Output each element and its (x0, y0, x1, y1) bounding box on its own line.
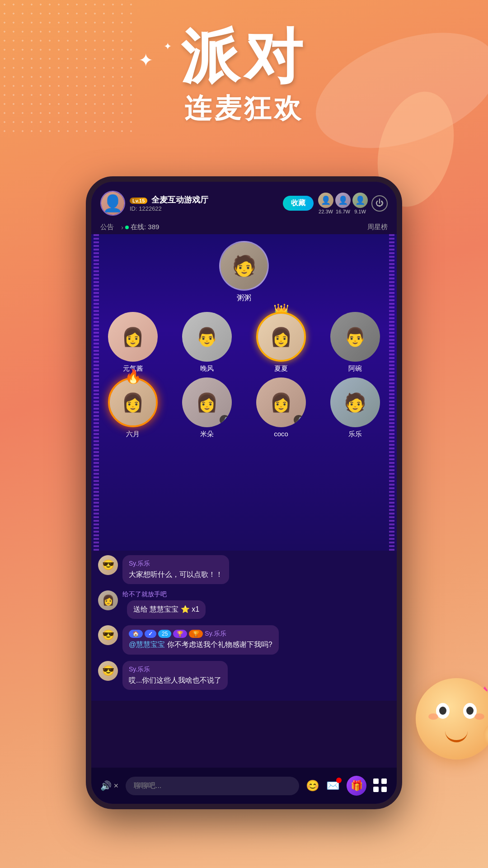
speaker-awan[interactable]: 👨 阿碗 (320, 312, 390, 373)
speaker-row-1: 👩 元气酱 👨 晚风 👑 👩 (96, 312, 392, 373)
menu-dot-1 (373, 778, 379, 784)
star-icon: ⭐ (181, 605, 190, 613)
menu-dot-3 (373, 787, 379, 792)
speaker-avatar-xiaxia: 👩 (256, 312, 306, 362)
gift-bubble: 送给 慧慧宝宝 ⭐ x1 (127, 600, 206, 619)
mascot-mouth (445, 731, 468, 742)
hero-section: ✦ ✦ 派对 连麦狂欢 (0, 27, 488, 127)
chat-avatar-2: 👩 (98, 590, 118, 610)
phone-inner: 👤 Lv.15 全麦互动游戏厅 ID: 1222622 收藏 👤 22.3W (91, 182, 397, 804)
muted-badge-coco: 🎤 (294, 415, 304, 425)
chat-avatar-4: 😎 (98, 661, 118, 681)
glow-bar-left (94, 234, 99, 551)
speaker-avatar-awan: 👨 (330, 312, 380, 362)
speaker-miduo[interactable]: 👩 🎤 米朵 (172, 377, 242, 439)
emperor-deco: 🔥 (125, 368, 141, 384)
chat-bubble-3: 🏠 ✓ 25 🏆 🏆 Sy.乐乐 @慧慧宝宝 你不考虑送我个礼物感谢下我吗? (122, 625, 279, 654)
speaker-liuyue[interactable]: 🔥 👩 六月 (98, 377, 168, 439)
weekly-rank-button[interactable]: 周星榜 (367, 223, 388, 231)
level-badge: Lv.15 (130, 198, 147, 204)
volume-button[interactable]: 🔊✕ (100, 780, 119, 791)
main-speaker-avatar: 🧑 (219, 241, 269, 291)
speaker-avatar-liuyue: 👩 (108, 377, 158, 427)
viewer-count-3: 9.1W (352, 209, 368, 214)
chat-text-3: @慧慧宝宝 你不考虑送我个礼物感谢下我吗? (129, 640, 272, 650)
mail-button[interactable]: ✉️ (326, 779, 340, 792)
speaker-avatar-wanfeng: 👨 (182, 312, 232, 362)
phone-frame: 👤 Lv.15 全麦互动游戏厅 ID: 1222622 收藏 👤 22.3W (86, 176, 402, 809)
online-count: 在线: 389 (131, 223, 159, 231)
speaker-yuanqijiang[interactable]: 👩 元气酱 (98, 312, 168, 373)
mascot-character: ♦ ♦ ♦ (416, 678, 488, 778)
hero-subtitle: 连麦狂欢 (0, 90, 488, 127)
speaker-coco[interactable]: 👩 🎤 coco (246, 377, 316, 439)
gift-bubble-wrapper: 给不了就放手吧 送给 慧慧宝宝 ⭐ x1 (122, 590, 206, 619)
chat-message-1: 😎 Sy.乐乐 大家想听什么，可以点歌！！ (98, 555, 390, 584)
chat-text-1: 大家想听什么，可以点歌！！ (129, 570, 223, 580)
speaker-name-awan: 阿碗 (348, 364, 362, 373)
mascot-pupil-right (466, 707, 474, 715)
chat-area: 😎 Sy.乐乐 大家想听什么，可以点歌！！ 👩 给不了就放手吧 送给 慧慧宝宝 … (91, 551, 397, 701)
speaker-avatar-miduo: 👩 🎤 (182, 377, 232, 427)
chat-bubble-4: Sy.乐乐 哎...你们这些人我啥也不说了 (122, 661, 228, 690)
notice-button[interactable]: 公告 (100, 223, 114, 231)
speaker-name-liuyue: 六月 (126, 430, 140, 439)
chat-avatar-3: 😎 (98, 625, 118, 645)
mascot-cheek-right (474, 713, 484, 720)
mention-text: @慧慧宝宝 (129, 641, 165, 648)
chat-input[interactable]: 聊聊吧... (126, 777, 299, 795)
channel-avatar: 👤 (100, 191, 125, 216)
gift-button[interactable]: 🎁 (347, 776, 366, 796)
mail-notification-dot (336, 778, 342, 783)
chat-message-4: 😎 Sy.乐乐 哎...你们这些人我啥也不说了 (98, 661, 390, 690)
speaker-name-miduo: 米朵 (200, 430, 214, 439)
main-speaker[interactable]: 🧑 粥粥 (96, 241, 392, 303)
menu-button[interactable] (373, 778, 388, 793)
chat-username-3: Sy.乐乐 (205, 630, 226, 638)
chat-message-2: 👩 给不了就放手吧 送给 慧慧宝宝 ⭐ x1 (98, 590, 390, 619)
channel-id: ID: 1222622 (130, 205, 278, 212)
badge-rank-1: 🏆 (173, 630, 187, 638)
speaker-name-wanfeng: 晚风 (200, 364, 214, 373)
chat-username-4: Sy.乐乐 (129, 665, 221, 674)
badge-check: ✓ (145, 630, 156, 638)
emoji-button[interactable]: 😊 (306, 779, 319, 792)
mascot-pupil-left (439, 707, 446, 715)
chat-message-3: 😎 🏠 ✓ 25 🏆 🏆 Sy.乐乐 @慧慧宝宝 你不考虑送我个礼物感谢下我吗? (98, 625, 390, 654)
sparkle-icon: ✦ (138, 50, 154, 71)
speaker-name-xiaxia: 夏夏 (274, 364, 288, 373)
avatar-face: 👤 (101, 192, 124, 215)
muted-badge-miduo: 🎤 (220, 415, 230, 425)
chat-text-4: 哎...你们这些人我啥也不说了 (129, 675, 221, 685)
badge-num: 25 (158, 630, 171, 638)
stage-area: 🧑 粥粥 👩 元气酱 👨 晚风 (91, 234, 397, 551)
chat-bubble-1: Sy.乐乐 大家想听什么，可以点歌！！ (122, 555, 229, 584)
viewer-count-2: 16.7W (335, 209, 351, 214)
menu-dot-4 (381, 787, 387, 792)
power-button[interactable]: ⏻ (371, 195, 388, 212)
viewer-avatar-2: 👤 (335, 193, 351, 208)
channel-name: Lv.15 全麦互动游戏厅 (130, 194, 278, 205)
viewer-avatar-3: 👤 (352, 193, 368, 208)
hero-title: 派对 (181, 27, 307, 86)
speaker-xiaxia[interactable]: 👑 👩 夏夏 (246, 312, 316, 373)
speaker-avatar-lele: 🧑 (330, 377, 380, 427)
phone-header: 👤 Lv.15 全麦互动游戏厅 ID: 1222622 收藏 👤 22.3W (91, 182, 397, 220)
sparkle-small-icon: ✦ (164, 41, 172, 52)
speaker-name-lele: 乐乐 (348, 430, 362, 439)
gift-username: 给不了就放手吧 (122, 590, 206, 599)
viewer-count-1: 22.3W (318, 209, 333, 214)
collect-button[interactable]: 收藏 (283, 196, 314, 211)
speaker-lele[interactable]: 🧑 乐乐 (320, 377, 390, 439)
badge-row: 🏠 ✓ 25 🏆 🏆 Sy.乐乐 (129, 630, 272, 638)
speaker-row-2: 🔥 👩 六月 👩 🎤 米朵 (96, 377, 392, 439)
stats-bar: 公告 › 在线: 389 周星榜 (91, 220, 397, 234)
main-speaker-name: 粥粥 (237, 293, 251, 303)
menu-dot-2 (381, 778, 387, 784)
speaker-wanfeng[interactable]: 👨 晚风 (172, 312, 242, 373)
glow-bar-right (389, 234, 394, 551)
chat-username-1: Sy.乐乐 (129, 560, 223, 568)
speaker-avatar-coco: 👩 🎤 (256, 377, 306, 427)
badge-rank-2: 🏆 (189, 630, 203, 638)
viewer-avatars: 👤 22.3W 👤 16.7W 👤 9.1W (318, 193, 368, 214)
